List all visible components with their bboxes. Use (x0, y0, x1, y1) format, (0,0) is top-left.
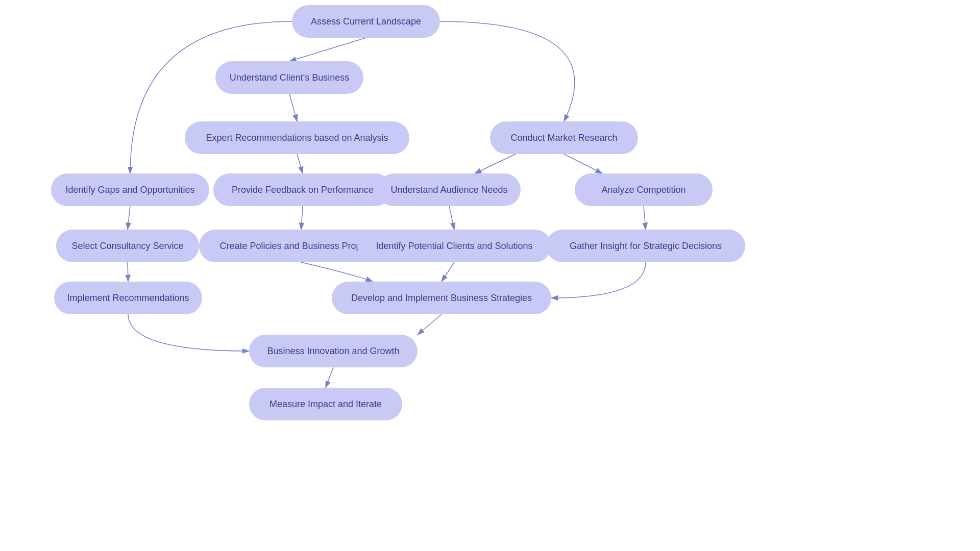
node-develop-implement: Develop and Implement Business Strategie… (332, 282, 551, 314)
svg-line-7 (128, 262, 128, 282)
svg-line-11 (644, 206, 646, 230)
node-analyze-competition: Analyze Competition (575, 173, 713, 206)
node-gather-insight: Gather Insight for Strategic Decisions (546, 230, 745, 262)
svg-line-5 (564, 154, 602, 173)
node-expert-rec: Expert Recommendations based on Analysis (185, 121, 409, 154)
svg-line-8 (301, 206, 303, 230)
svg-line-1 (289, 38, 366, 61)
node-identify-gaps: Identify Gaps and Opportunities (51, 173, 209, 206)
node-measure-impact: Measure Impact and Iterate (249, 388, 402, 420)
node-understand-client: Understand Client's Business (215, 61, 363, 94)
node-select-consultancy: Select Consultancy Service (56, 230, 199, 262)
svg-line-13 (326, 367, 333, 388)
node-assess: Assess Current Landscape (292, 5, 440, 38)
svg-line-10 (442, 262, 454, 282)
svg-line-12 (418, 314, 442, 335)
node-business-innovation: Business Innovation and Growth (249, 335, 418, 367)
node-provide-feedback: Provide Feedback on Performance (213, 173, 392, 206)
connections-svg (0, 0, 980, 551)
svg-line-4 (475, 154, 516, 173)
svg-line-2 (289, 94, 297, 121)
svg-line-3 (297, 154, 303, 173)
node-identify-potential: Identify Potential Clients and Solutions (357, 230, 551, 262)
node-conduct-market: Conduct Market Research (490, 121, 638, 154)
node-understand-audience: Understand Audience Needs (378, 173, 521, 206)
svg-line-9 (449, 206, 454, 230)
svg-line-6 (128, 206, 130, 230)
diagram-container: Assess Current LandscapeUnderstand Clien… (0, 0, 980, 551)
node-implement-rec: Implement Recommendations (54, 282, 202, 314)
